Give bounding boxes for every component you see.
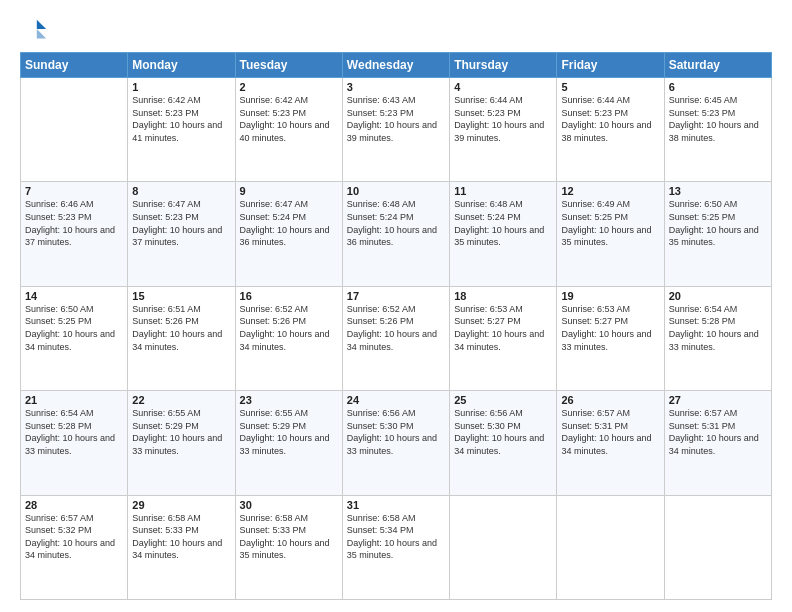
calendar-week-0: 1Sunrise: 6:42 AMSunset: 5:23 PMDaylight…: [21, 78, 772, 182]
calendar-cell: 3Sunrise: 6:43 AMSunset: 5:23 PMDaylight…: [342, 78, 449, 182]
calendar-cell: 4Sunrise: 6:44 AMSunset: 5:23 PMDaylight…: [450, 78, 557, 182]
calendar-cell: 9Sunrise: 6:47 AMSunset: 5:24 PMDaylight…: [235, 182, 342, 286]
day-info: Sunrise: 6:57 AMSunset: 5:31 PMDaylight:…: [669, 407, 767, 457]
day-info: Sunrise: 6:47 AMSunset: 5:23 PMDaylight:…: [132, 198, 230, 248]
calendar-cell: [450, 495, 557, 599]
day-number: 5: [561, 81, 659, 93]
day-number: 25: [454, 394, 552, 406]
day-number: 9: [240, 185, 338, 197]
day-info: Sunrise: 6:53 AMSunset: 5:27 PMDaylight:…: [561, 303, 659, 353]
calendar-cell: 16Sunrise: 6:52 AMSunset: 5:26 PMDayligh…: [235, 286, 342, 390]
calendar-cell: [664, 495, 771, 599]
svg-marker-1: [37, 29, 46, 38]
day-info: Sunrise: 6:49 AMSunset: 5:25 PMDaylight:…: [561, 198, 659, 248]
calendar-header-row: SundayMondayTuesdayWednesdayThursdayFrid…: [21, 53, 772, 78]
day-info: Sunrise: 6:50 AMSunset: 5:25 PMDaylight:…: [669, 198, 767, 248]
logo: [20, 16, 52, 44]
day-number: 2: [240, 81, 338, 93]
day-number: 11: [454, 185, 552, 197]
day-number: 16: [240, 290, 338, 302]
day-number: 17: [347, 290, 445, 302]
header: [20, 16, 772, 44]
day-number: 19: [561, 290, 659, 302]
day-info: Sunrise: 6:54 AMSunset: 5:28 PMDaylight:…: [25, 407, 123, 457]
day-number: 1: [132, 81, 230, 93]
calendar-cell: 27Sunrise: 6:57 AMSunset: 5:31 PMDayligh…: [664, 391, 771, 495]
day-number: 27: [669, 394, 767, 406]
calendar-cell: 25Sunrise: 6:56 AMSunset: 5:30 PMDayligh…: [450, 391, 557, 495]
day-number: 12: [561, 185, 659, 197]
day-info: Sunrise: 6:50 AMSunset: 5:25 PMDaylight:…: [25, 303, 123, 353]
day-info: Sunrise: 6:55 AMSunset: 5:29 PMDaylight:…: [132, 407, 230, 457]
svg-marker-0: [37, 20, 46, 29]
calendar-cell: 17Sunrise: 6:52 AMSunset: 5:26 PMDayligh…: [342, 286, 449, 390]
day-number: 20: [669, 290, 767, 302]
day-number: 14: [25, 290, 123, 302]
calendar-cell: 5Sunrise: 6:44 AMSunset: 5:23 PMDaylight…: [557, 78, 664, 182]
calendar-cell: 8Sunrise: 6:47 AMSunset: 5:23 PMDaylight…: [128, 182, 235, 286]
day-info: Sunrise: 6:52 AMSunset: 5:26 PMDaylight:…: [347, 303, 445, 353]
calendar-cell: 29Sunrise: 6:58 AMSunset: 5:33 PMDayligh…: [128, 495, 235, 599]
day-number: 22: [132, 394, 230, 406]
header-day-sunday: Sunday: [21, 53, 128, 78]
calendar-cell: 6Sunrise: 6:45 AMSunset: 5:23 PMDaylight…: [664, 78, 771, 182]
calendar-cell: 1Sunrise: 6:42 AMSunset: 5:23 PMDaylight…: [128, 78, 235, 182]
day-number: 15: [132, 290, 230, 302]
calendar-cell: [557, 495, 664, 599]
calendar-cell: 12Sunrise: 6:49 AMSunset: 5:25 PMDayligh…: [557, 182, 664, 286]
day-number: 8: [132, 185, 230, 197]
day-info: Sunrise: 6:44 AMSunset: 5:23 PMDaylight:…: [454, 94, 552, 144]
day-info: Sunrise: 6:46 AMSunset: 5:23 PMDaylight:…: [25, 198, 123, 248]
header-day-monday: Monday: [128, 53, 235, 78]
calendar-cell: 10Sunrise: 6:48 AMSunset: 5:24 PMDayligh…: [342, 182, 449, 286]
day-number: 18: [454, 290, 552, 302]
day-info: Sunrise: 6:52 AMSunset: 5:26 PMDaylight:…: [240, 303, 338, 353]
day-info: Sunrise: 6:51 AMSunset: 5:26 PMDaylight:…: [132, 303, 230, 353]
calendar-cell: 23Sunrise: 6:55 AMSunset: 5:29 PMDayligh…: [235, 391, 342, 495]
calendar-week-4: 28Sunrise: 6:57 AMSunset: 5:32 PMDayligh…: [21, 495, 772, 599]
calendar-cell: 19Sunrise: 6:53 AMSunset: 5:27 PMDayligh…: [557, 286, 664, 390]
day-number: 28: [25, 499, 123, 511]
day-number: 6: [669, 81, 767, 93]
day-info: Sunrise: 6:42 AMSunset: 5:23 PMDaylight:…: [132, 94, 230, 144]
calendar-cell: 24Sunrise: 6:56 AMSunset: 5:30 PMDayligh…: [342, 391, 449, 495]
day-info: Sunrise: 6:48 AMSunset: 5:24 PMDaylight:…: [347, 198, 445, 248]
day-info: Sunrise: 6:45 AMSunset: 5:23 PMDaylight:…: [669, 94, 767, 144]
calendar-week-2: 14Sunrise: 6:50 AMSunset: 5:25 PMDayligh…: [21, 286, 772, 390]
day-number: 26: [561, 394, 659, 406]
day-number: 24: [347, 394, 445, 406]
header-day-saturday: Saturday: [664, 53, 771, 78]
page: SundayMondayTuesdayWednesdayThursdayFrid…: [0, 0, 792, 612]
calendar-cell: 21Sunrise: 6:54 AMSunset: 5:28 PMDayligh…: [21, 391, 128, 495]
calendar-cell: 2Sunrise: 6:42 AMSunset: 5:23 PMDaylight…: [235, 78, 342, 182]
day-number: 29: [132, 499, 230, 511]
day-number: 30: [240, 499, 338, 511]
calendar-cell: [21, 78, 128, 182]
day-number: 10: [347, 185, 445, 197]
day-number: 23: [240, 394, 338, 406]
calendar-cell: 11Sunrise: 6:48 AMSunset: 5:24 PMDayligh…: [450, 182, 557, 286]
day-info: Sunrise: 6:57 AMSunset: 5:31 PMDaylight:…: [561, 407, 659, 457]
calendar-cell: 14Sunrise: 6:50 AMSunset: 5:25 PMDayligh…: [21, 286, 128, 390]
day-info: Sunrise: 6:58 AMSunset: 5:33 PMDaylight:…: [132, 512, 230, 562]
day-number: 3: [347, 81, 445, 93]
day-info: Sunrise: 6:43 AMSunset: 5:23 PMDaylight:…: [347, 94, 445, 144]
calendar-cell: 7Sunrise: 6:46 AMSunset: 5:23 PMDaylight…: [21, 182, 128, 286]
header-day-tuesday: Tuesday: [235, 53, 342, 78]
calendar-cell: 28Sunrise: 6:57 AMSunset: 5:32 PMDayligh…: [21, 495, 128, 599]
calendar-week-1: 7Sunrise: 6:46 AMSunset: 5:23 PMDaylight…: [21, 182, 772, 286]
calendar-cell: 13Sunrise: 6:50 AMSunset: 5:25 PMDayligh…: [664, 182, 771, 286]
day-info: Sunrise: 6:54 AMSunset: 5:28 PMDaylight:…: [669, 303, 767, 353]
header-day-wednesday: Wednesday: [342, 53, 449, 78]
day-info: Sunrise: 6:56 AMSunset: 5:30 PMDaylight:…: [454, 407, 552, 457]
calendar-table: SundayMondayTuesdayWednesdayThursdayFrid…: [20, 52, 772, 600]
day-info: Sunrise: 6:53 AMSunset: 5:27 PMDaylight:…: [454, 303, 552, 353]
day-info: Sunrise: 6:48 AMSunset: 5:24 PMDaylight:…: [454, 198, 552, 248]
day-info: Sunrise: 6:58 AMSunset: 5:34 PMDaylight:…: [347, 512, 445, 562]
calendar-cell: 15Sunrise: 6:51 AMSunset: 5:26 PMDayligh…: [128, 286, 235, 390]
calendar-cell: 26Sunrise: 6:57 AMSunset: 5:31 PMDayligh…: [557, 391, 664, 495]
day-info: Sunrise: 6:55 AMSunset: 5:29 PMDaylight:…: [240, 407, 338, 457]
day-info: Sunrise: 6:47 AMSunset: 5:24 PMDaylight:…: [240, 198, 338, 248]
day-info: Sunrise: 6:56 AMSunset: 5:30 PMDaylight:…: [347, 407, 445, 457]
day-number: 13: [669, 185, 767, 197]
